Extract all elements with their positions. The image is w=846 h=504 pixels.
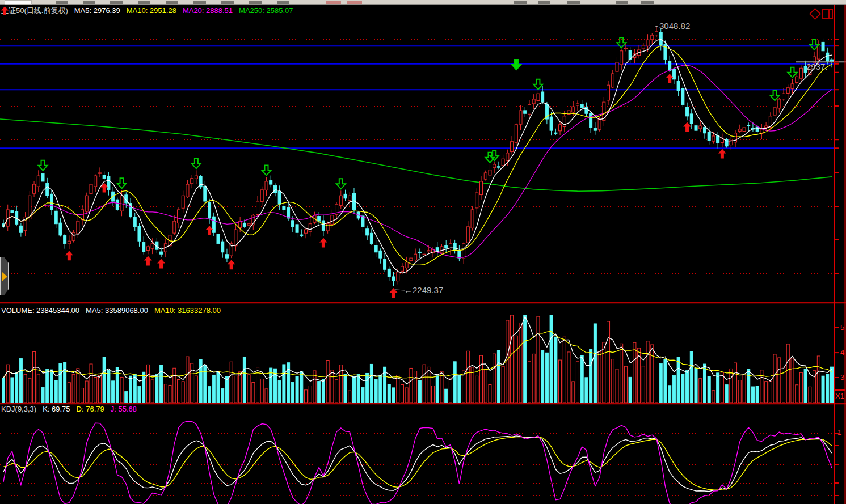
window-split-icon[interactable] bbox=[822, 7, 835, 21]
signal-arrows-layer bbox=[39, 37, 819, 298]
sell-arrow-icon bbox=[117, 178, 127, 188]
ma10-line bbox=[3, 46, 832, 265]
kdj-d-line bbox=[3, 437, 832, 490]
sell-arrow-icon bbox=[533, 79, 542, 90]
ma20-label: MA20: 2888.51 bbox=[183, 6, 233, 15]
volume-axis-digit: 5 bbox=[840, 323, 844, 332]
kdj-title: KDJ(9,3,3) bbox=[1, 405, 36, 413]
sell-arrow-icon bbox=[336, 179, 346, 189]
buy-arrow-icon bbox=[718, 149, 726, 159]
low-price-annotation: ←2249.37 bbox=[404, 285, 443, 295]
ma5-label: MA5: 2976.39 bbox=[74, 6, 120, 15]
last-price-annotation: 2937. bbox=[806, 62, 828, 71]
buy-arrow-icon bbox=[65, 251, 73, 260]
volume-value-label: VOLUME: 23845344.00 bbox=[1, 306, 79, 315]
kdj-d-label: D: 76.79 bbox=[77, 405, 104, 413]
ma250-label: MA250: 2585.07 bbox=[239, 6, 293, 15]
buy-arrow-icon bbox=[228, 260, 235, 269]
volume-axis-digit: 3 bbox=[840, 373, 844, 382]
volume-pane-header: VOLUME: 23845344.00MA5: 33589068.00MA10:… bbox=[1, 306, 227, 315]
ma5-line bbox=[3, 40, 832, 273]
sell-arrow-icon bbox=[788, 67, 797, 78]
grid-lines bbox=[0, 40, 834, 496]
ma10-label: MA10: 2951.28 bbox=[127, 6, 176, 15]
kdj-axis-label: 1 bbox=[837, 428, 841, 437]
chart-title: 上证50(日线.前复权) bbox=[1, 6, 68, 15]
sell-arrow-icon bbox=[262, 165, 271, 175]
volume-ma10-label: MA10: 31633278.00 bbox=[154, 306, 221, 315]
buy-arrow-icon bbox=[319, 238, 327, 248]
diamond-icon[interactable] bbox=[809, 8, 822, 20]
volume-bars-layer bbox=[2, 315, 834, 403]
main-chart-header: 上证50(日线.前复权)MA5: 2976.39MA10: 2951.28MA2… bbox=[1, 6, 299, 15]
volume-unit-label: X1 bbox=[835, 392, 844, 400]
kdj-j-label: J: 55.68 bbox=[111, 405, 137, 413]
buy-arrow-icon bbox=[390, 288, 398, 298]
kdj-pane-header: KDJ(9,3,3)K: 69.75D: 76.79J: 55.68 bbox=[1, 405, 143, 413]
high-price-annotation: 3048.82 bbox=[659, 21, 690, 31]
volume-ma-lines bbox=[3, 317, 832, 384]
trading-app-window: 上证50(日线.前复权)MA5: 2976.39MA10: 2951.28MA2… bbox=[0, 0, 846, 504]
ma250-line bbox=[0, 119, 832, 191]
ma20-line bbox=[3, 65, 832, 258]
sell-arrow-icon bbox=[512, 60, 521, 70]
sidebar-expand-tab[interactable] bbox=[0, 257, 9, 295]
ma-lines-layer bbox=[3, 40, 832, 273]
buy-arrow-icon bbox=[157, 259, 165, 268]
buy-arrow-icon bbox=[144, 256, 152, 265]
high-pointer-line bbox=[655, 26, 658, 27]
expand-arrow-icon bbox=[2, 272, 7, 281]
up-arrow-icon bbox=[1, 6, 9, 15]
kdj-k-label: K: 69.75 bbox=[43, 405, 70, 413]
volume-ma5-label: MA5: 33589068.00 bbox=[86, 306, 148, 315]
chart-canvas[interactable] bbox=[0, 0, 846, 504]
sell-arrow-icon bbox=[39, 160, 48, 171]
candles-layer bbox=[2, 26, 834, 286]
volume-axis-digit: 4 bbox=[840, 348, 844, 357]
sell-arrow-icon bbox=[192, 158, 201, 168]
